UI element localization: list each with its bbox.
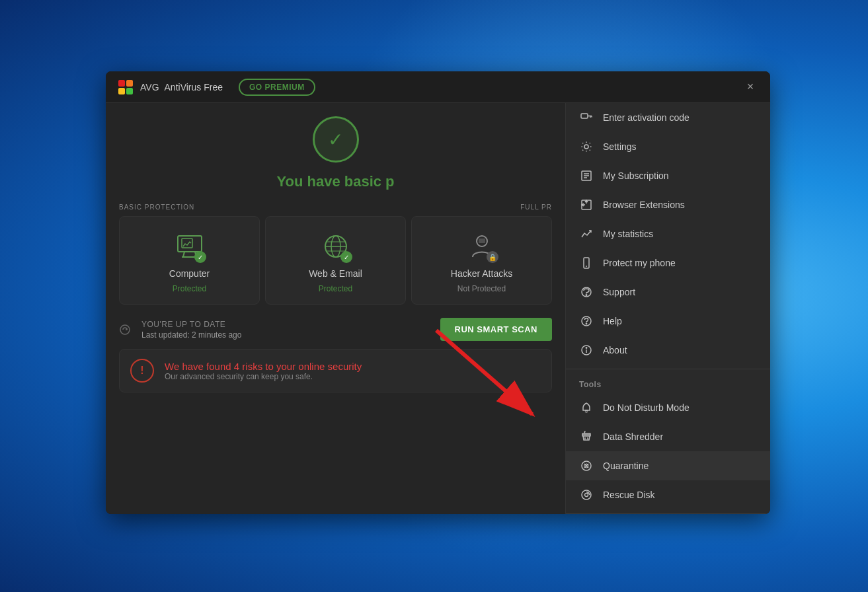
logo-sq-orange — [126, 80, 133, 87]
svg-point-23 — [586, 295, 587, 296]
menu-label-my-statistics: My statistics — [603, 229, 653, 239]
protection-grid: BASIC PROTECTION FULL PR — [119, 204, 552, 305]
run-smart-scan-button[interactable]: RUN SMART SCAN — [440, 318, 552, 341]
menu-item-support[interactable]: Support — [566, 278, 770, 307]
go-premium-button[interactable]: GO PREMIUM — [239, 79, 315, 96]
data-shredder-icon — [579, 429, 594, 444]
menu-label-quarantine: Quarantine — [603, 461, 649, 471]
menu-label-rescue-disk: Rescue Disk — [603, 490, 655, 500]
update-icon — [119, 324, 131, 336]
menu-label-support: Support — [603, 287, 635, 297]
web-icon: ✓ — [319, 230, 352, 263]
menu-label-protect-phone: Protect my phone — [603, 258, 676, 268]
browser-extensions-icon — [579, 198, 594, 212]
quarantine-icon — [579, 459, 594, 473]
menu-item-protect-phone[interactable]: Protect my phone — [566, 248, 770, 278]
app-brand: AVG — [140, 82, 159, 92]
web-card-name: Web & Email — [309, 268, 362, 279]
svg-point-28 — [586, 348, 586, 348]
tools-section-label: Tools — [566, 373, 770, 393]
svg-point-12 — [120, 325, 130, 334]
menu-label-browser-extensions: Browser Extensions — [603, 200, 685, 210]
close-button[interactable]: × — [741, 78, 760, 96]
menu-item-my-statistics[interactable]: My statistics — [566, 219, 770, 248]
menu-divider-2 — [566, 513, 770, 514]
support-icon — [579, 285, 594, 299]
logo-sq-red — [118, 80, 125, 87]
app-main-panel: ✓ You have basic p BASIC PROTECTION FULL… — [106, 103, 565, 514]
key-icon — [579, 110, 594, 125]
menu-divider-1 — [566, 369, 770, 369]
update-row: YOU'RE UP TO DATE Last updated: 2 minute… — [119, 318, 552, 341]
menu-label-data-shredder: Data Shredder — [603, 431, 663, 442]
web-badge: ✓ — [340, 251, 352, 263]
status-circle: ✓ — [313, 116, 359, 163]
hacker-icon: 🔒 — [465, 230, 498, 263]
web-email-card[interactable]: ✓ Web & Email Protected — [265, 216, 406, 305]
menu-item-quarantine[interactable]: Quarantine — [566, 451, 770, 480]
svg-line-1 — [183, 252, 184, 257]
warning-row: ! We have found 4 risks to your online s… — [119, 349, 552, 392]
update-status-text: YOU'RE UP TO DATE — [141, 320, 241, 329]
warning-text-sub: Our advanced security can keep you safe. — [165, 372, 362, 381]
svg-point-38 — [585, 494, 588, 497]
menu-item-my-subscription[interactable]: My Subscription — [566, 161, 770, 190]
app-title: AntiVirus Free — [165, 82, 223, 92]
svg-point-14 — [584, 145, 588, 149]
hacker-attacks-card[interactable]: 🔒 Hacker Attacks Not Protected — [411, 216, 552, 305]
subscription-icon — [579, 168, 594, 183]
svg-point-25 — [586, 323, 586, 324]
menu-label-about: About — [603, 345, 627, 355]
menu-label-my-subscription: My Subscription — [603, 170, 669, 181]
app-window: AVG AntiVirus Free GO PREMIUM × ✓ You ha… — [106, 71, 770, 514]
status-prefix: You have — [276, 173, 344, 190]
rescue-disk-icon — [579, 488, 594, 502]
main-content: ✓ You have basic p BASIC PROTECTION FULL… — [106, 103, 770, 514]
menu-item-settings[interactable]: Settings — [566, 132, 770, 161]
svg-line-34 — [584, 431, 585, 433]
dropdown-menu: Enter activation code Settings — [565, 103, 770, 514]
menu-item-data-shredder[interactable]: Data Shredder — [566, 422, 770, 451]
do-not-disturb-icon — [579, 400, 594, 415]
warning-text-main: We have found 4 risks to your online sec… — [165, 361, 362, 372]
computer-card[interactable]: ✓ Computer Protected — [119, 216, 260, 305]
about-icon — [579, 343, 594, 357]
menu-label-settings: Settings — [603, 141, 637, 152]
computer-card-status: Protected — [173, 284, 206, 293]
check-icon: ✓ — [328, 129, 343, 151]
menu-label-do-not-disturb: Do Not Disturb Mode — [603, 402, 690, 413]
computer-card-name: Computer — [169, 268, 210, 279]
status-highlight: basic p — [344, 173, 395, 190]
warning-icon: ! — [130, 359, 154, 383]
menu-label-help: Help — [603, 316, 622, 326]
settings-icon — [579, 139, 594, 154]
cards-row: ✓ Computer Protected — [119, 216, 552, 305]
warning-text-area: We have found 4 risks to your online sec… — [165, 361, 362, 381]
logo-sq-green — [126, 88, 133, 94]
hacker-card-status: Not Protected — [457, 284, 506, 293]
menu-label-enter-activation: Enter activation code — [603, 112, 690, 123]
hacker-badge: 🔒 — [487, 251, 498, 263]
menu-item-help[interactable]: Help — [566, 307, 770, 336]
update-time: Last updated: 2 minutes ago — [141, 330, 241, 340]
statistics-icon — [579, 227, 594, 241]
logo-area: AVG AntiVirus Free GO PREMIUM — [116, 78, 315, 96]
web-card-status: Protected — [319, 284, 352, 293]
computer-icon: ✓ — [173, 230, 206, 263]
basic-protection-label: BASIC PROTECTION — [119, 204, 194, 211]
menu-item-browser-extensions[interactable]: Browser Extensions — [566, 190, 770, 219]
update-info: YOU'RE UP TO DATE Last updated: 2 minute… — [141, 320, 241, 340]
menu-item-enter-activation[interactable]: Enter activation code — [566, 103, 770, 132]
title-bar: AVG AntiVirus Free GO PREMIUM × — [106, 71, 770, 103]
status-text: You have basic p — [276, 173, 394, 190]
menu-item-do-not-disturb[interactable]: Do Not Disturb Mode — [566, 393, 770, 422]
menu-item-about[interactable]: About — [566, 336, 770, 365]
logo-sq-yellow — [118, 88, 125, 94]
phone-icon — [579, 256, 594, 270]
menu-item-rescue-disk[interactable]: Rescue Disk — [566, 480, 770, 509]
protection-labels: BASIC PROTECTION FULL PR — [119, 204, 552, 211]
computer-badge: ✓ — [194, 251, 206, 263]
avg-logo — [116, 78, 135, 96]
hacker-card-name: Hacker Attacks — [451, 268, 512, 279]
full-protection-label: FULL PR — [520, 204, 552, 211]
